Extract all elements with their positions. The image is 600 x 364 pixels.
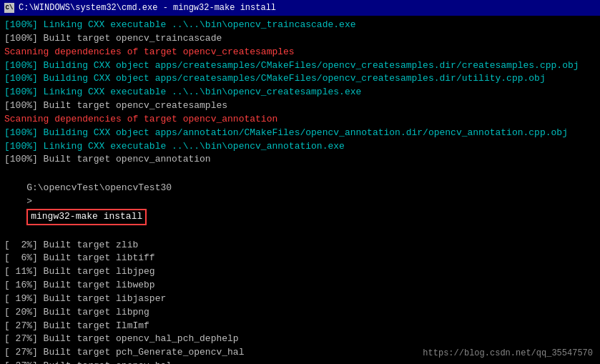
- build-line-4: [ 19%] Built target libjasper: [4, 292, 596, 306]
- watermark: https://blog.csdn.net/qq_35547570: [423, 348, 593, 358]
- build-line-1: [ 6%] Built target libtiff: [4, 252, 596, 265]
- build-line-3: [ 16%] Built target libwebp: [4, 279, 596, 292]
- build-line-0: [ 2%] Built target zlib: [4, 239, 596, 252]
- line-9: [100%] Building CXX object apps/annotati…: [4, 127, 596, 140]
- build-line-7: [ 27%] Built target opencv_hal_pch_dephe…: [4, 333, 596, 346]
- prompt-gt: >: [26, 196, 32, 207]
- build-line-6: [ 27%] Built target IlmImf: [4, 320, 596, 333]
- prompt-text: G:\opencvTest\opencvTest30: [26, 182, 172, 193]
- command-highlight[interactable]: mingw32-make install: [26, 209, 147, 225]
- terminal: [100%] Linking CXX executable ..\..\bin\…: [0, 16, 600, 364]
- line-2: [100%] Built target opencv_traincascade: [4, 32, 596, 46]
- build-line-2: [ 11%] Built target libjpeg: [4, 265, 596, 279]
- line-7: [100%] Built target opencv_createsamples: [4, 99, 596, 113]
- build-line-5: [ 20%] Built target libpng: [4, 306, 596, 320]
- title-bar-icon: C\: [4, 3, 14, 13]
- line-3: Scanning dependencies of target opencv_c…: [4, 46, 596, 59]
- line-11: [100%] Built target opencv_annotation: [4, 153, 596, 167]
- line-10: [100%] Linking CXX executable ..\..\bin\…: [4, 140, 596, 154]
- line-4: [100%] Building CXX object apps/createsa…: [4, 59, 596, 73]
- line-1: [100%] Linking CXX executable ..\..\bin\…: [4, 19, 596, 32]
- title-bar: C\ C:\WINDOWS\system32\cmd.exe - mingw32…: [0, 0, 600, 16]
- prompt-line: G:\opencvTest\opencvTest30 > mingw32-mak…: [4, 168, 596, 238]
- build-line-9: [ 27%] Built target opencv_hal: [4, 360, 596, 364]
- line-8: Scanning dependencies of target opencv_a…: [4, 113, 596, 127]
- line-6: [100%] Linking CXX executable ..\..\bin\…: [4, 86, 596, 99]
- title-bar-text: C:\WINDOWS\system32\cmd.exe - mingw32-ma…: [19, 3, 276, 13]
- line-5: [100%] Building CXX object apps/createsa…: [4, 72, 596, 86]
